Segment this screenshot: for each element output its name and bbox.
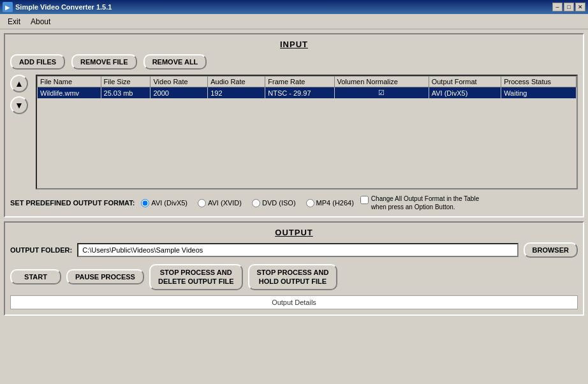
- close-button[interactable]: ✕: [575, 3, 585, 11]
- input-title: INPUT: [10, 40, 578, 49]
- output-folder-row: OUTPUT FOLDER: BROWSER: [10, 242, 578, 258]
- output-details-text: Output Details: [272, 299, 316, 306]
- title-bar-controls: – □ ✕: [552, 3, 585, 11]
- app-title: Simple Video Converter 1.5.1: [15, 3, 112, 11]
- radio-option-dvd_iso[interactable]: DVD (ISO): [252, 199, 296, 207]
- radio-label-avi_divx5: AVI (DivX5): [151, 199, 187, 207]
- radio-option-mp4_h264[interactable]: MP4 (H264): [306, 199, 354, 207]
- remove-file-button[interactable]: REMOVE FILE: [71, 54, 137, 70]
- cell-videorate: 2000: [151, 87, 208, 99]
- cell-processstatus: Waiting: [501, 87, 577, 99]
- output-buttons-row: START PAUSE PROCESS STOP PROCESS AND DEL…: [10, 264, 578, 290]
- move-up-button[interactable]: ▲: [10, 75, 28, 92]
- col-header-processstatus: Process Status: [501, 77, 577, 87]
- col-header-outputformat: Output Format: [429, 77, 501, 87]
- cell-audiorate: 192: [208, 87, 265, 99]
- menu-exit[interactable]: Exit: [3, 16, 26, 27]
- cell-normalize: ☑: [334, 87, 429, 99]
- stop-hold-button[interactable]: STOP PROCESS AND HOLD OUTPUT FILE: [248, 264, 338, 290]
- browser-button[interactable]: BROWSER: [524, 242, 578, 258]
- format-label: SET PREDEFINED OUTPUT FORMAT:: [10, 199, 135, 207]
- radio-label-mp4_h264: MP4 (H264): [316, 199, 354, 207]
- input-panel: INPUT ADD FILES REMOVE FILE REMOVE ALL ▲…: [4, 33, 584, 218]
- col-header-filename: File Name: [38, 77, 101, 87]
- radio-input-mp4_h264[interactable]: [306, 199, 314, 207]
- output-panel: OUTPUT OUTPUT FOLDER: BROWSER START PAUS…: [4, 221, 584, 316]
- cell-framerate: NTSC - 29.97: [265, 87, 334, 99]
- change-format-checkbox[interactable]: [360, 196, 369, 204]
- change-format-note: Change All Output Format in the Table wh…: [360, 195, 488, 211]
- radio-input-avi_xvid[interactable]: [198, 199, 206, 207]
- radio-option-avi_divx5[interactable]: AVI (DivX5): [141, 199, 187, 207]
- cell-filename: Wildlife.wmv: [38, 87, 101, 99]
- main-content: INPUT ADD FILES REMOVE FILE REMOVE ALL ▲…: [0, 29, 588, 384]
- add-files-button[interactable]: ADD FILES: [10, 54, 65, 70]
- cell-filesize: 25.03 mb: [101, 87, 151, 99]
- move-down-button[interactable]: ▼: [10, 96, 28, 114]
- col-header-filesize: File Size: [101, 77, 151, 87]
- start-button[interactable]: START: [10, 269, 61, 284]
- change-format-text: Change All Output Format in the Table wh…: [371, 195, 488, 211]
- col-header-framerate: Frame Rate: [265, 77, 334, 87]
- cell-outputformat: AVI (DivX5): [429, 87, 501, 99]
- input-buttons-row: ADD FILES REMOVE FILE REMOVE ALL: [10, 54, 578, 70]
- output-folder-label: OUTPUT FOLDER:: [10, 246, 72, 254]
- file-table-wrapper: File Name File Size Video Rate Audio Rat…: [36, 75, 578, 189]
- radio-input-dvd_iso[interactable]: [252, 199, 260, 207]
- remove-all-button[interactable]: REMOVE ALL: [143, 54, 207, 70]
- format-radio-group: AVI (DivX5)AVI (XVID)DVD (ISO)MP4 (H264): [141, 199, 353, 207]
- app-icon: ▶: [3, 2, 13, 12]
- stop-delete-button[interactable]: STOP PROCESS AND DELETE OUTPUT FILE: [149, 264, 243, 290]
- nav-column: ▲ ▼: [10, 75, 28, 189]
- title-bar: ▶ Simple Video Converter 1.5.1 – □ ✕: [0, 0, 588, 14]
- radio-label-dvd_iso: DVD (ISO): [262, 199, 296, 207]
- menu-about[interactable]: About: [26, 16, 55, 27]
- table-row[interactable]: Wildlife.wmv 25.03 mb 2000 192 NTSC - 29…: [38, 87, 577, 99]
- radio-option-avi_xvid[interactable]: AVI (XVID): [198, 199, 242, 207]
- file-table: File Name File Size Video Rate Audio Rat…: [37, 76, 577, 99]
- output-title: OUTPUT: [10, 228, 578, 237]
- minimize-button[interactable]: –: [552, 3, 562, 11]
- radio-input-avi_divx5[interactable]: [141, 199, 149, 207]
- col-header-videorate: Video Rate: [151, 77, 208, 87]
- maximize-button[interactable]: □: [564, 3, 574, 11]
- output-details-bar: Output Details: [10, 295, 578, 309]
- table-with-nav: ▲ ▼ File Name File Size Video Rate Audio…: [10, 75, 578, 189]
- format-section: SET PREDEFINED OUTPUT FORMAT: AVI (DivX5…: [10, 195, 578, 211]
- output-folder-input[interactable]: [77, 243, 518, 257]
- pause-button[interactable]: PAUSE PROCESS: [66, 269, 144, 284]
- col-header-audiorate: Audio Rate: [208, 77, 265, 87]
- radio-label-avi_xvid: AVI (XVID): [208, 199, 242, 207]
- file-table-container[interactable]: File Name File Size Video Rate Audio Rat…: [36, 75, 578, 189]
- menu-bar: Exit About: [0, 14, 588, 29]
- col-header-normalize: Volumen Normalize: [334, 77, 429, 87]
